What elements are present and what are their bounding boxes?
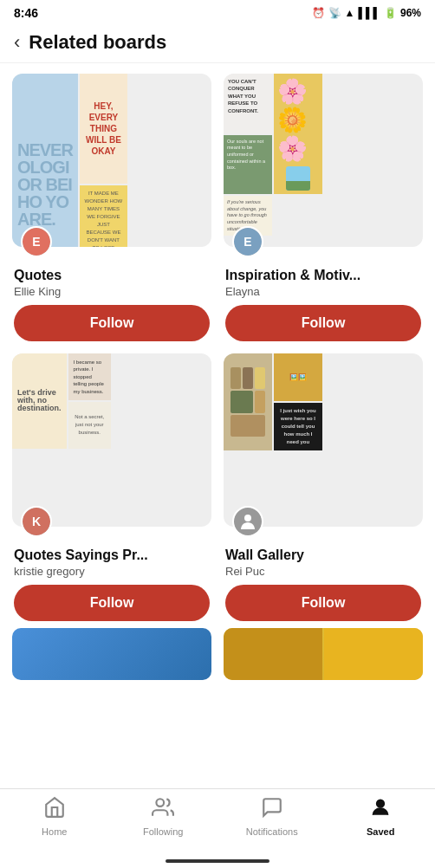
saved-icon: [369, 796, 392, 824]
nav-item-saved[interactable]: Saved: [327, 796, 436, 837]
svg-point-1: [157, 799, 165, 806]
insp-img-2: 🌸🌼🌸: [274, 74, 322, 194]
wg-image-grid: 🖼️🖼️ I just wish you were here so I coul…: [224, 353, 322, 450]
wg-text-wish: I just wish you were here so I could tel…: [278, 407, 318, 446]
wall-picture-grid: [230, 367, 265, 437]
cast-icon: 📡: [328, 7, 341, 19]
avatar-inspiration: E: [232, 226, 263, 257]
avatar-circle-wg: [234, 508, 262, 535]
follow-button-quotes[interactable]: Follow: [14, 305, 210, 341]
board-images-wg: 🖼️🖼️ I just wish you were here so I coul…: [224, 353, 423, 527]
board-images-wrapper-inspiration: YOU CAN'T CONQUER WHAT YOU REFUSE TO CON…: [224, 74, 423, 247]
wg-img-3: I just wish you were here so I could tel…: [274, 403, 322, 450]
board-images-wrapper-qs: Let's drive with, no destination. I beca…: [12, 353, 211, 527]
follow-button-wg[interactable]: Follow: [225, 585, 421, 621]
board-card-wall-gallery: 🖼️🖼️ I just wish you were here so I coul…: [224, 353, 423, 621]
battery-percent: 96%: [400, 7, 421, 19]
avatar-qs: K: [21, 506, 52, 537]
following-icon: [152, 796, 174, 824]
board-name-wg: Wall Gallery: [225, 547, 421, 563]
board-owner-quotes: Ellie King: [14, 285, 210, 298]
wg-cell-5: [255, 391, 265, 412]
board-images-wrapper-quotes: NEVEROLOGIOR BEIHO YOARE. HEY, EVERY THI…: [12, 74, 211, 247]
follow-button-qs[interactable]: Follow: [14, 585, 210, 621]
avatar-wg: [232, 506, 263, 537]
qs-text-3: Not a secret, just not your business.: [73, 413, 107, 437]
board-card-inspiration: YOU CAN'T CONQUER WHAT YOU REFUSE TO CON…: [224, 74, 423, 341]
board-owner-wg: Rei Puc: [225, 565, 421, 578]
home-svg: [43, 796, 66, 819]
battery-icon: 🔋: [384, 7, 397, 19]
home-icon: [43, 796, 66, 824]
wg-img-1: [224, 353, 272, 450]
quotes-text-1: NEVEROLOGIOR BEIHO YOARE.: [17, 141, 73, 228]
signal-icon: ▌▌▌: [358, 7, 380, 19]
quotes-text-3: IT MADE ME WONDER HOW MANY TIMES WE FORG…: [84, 190, 123, 247]
board-images-wrapper-wg: 🖼️🖼️ I just wish you were here so I coul…: [224, 353, 423, 527]
quotes-image-grid: NEVEROLOGIOR BEIHO YOARE. HEY, EVERY THI…: [12, 74, 127, 247]
partial-card-yellow: [224, 628, 423, 680]
quotes-img-2: HEY, EVERY THING WILL BE OKAY: [80, 74, 127, 184]
insp-land: [286, 181, 311, 191]
boards-grid: NEVEROLOGIOR BEIHO YOARE. HEY, EVERY THI…: [0, 63, 435, 632]
saved-svg: [369, 796, 392, 819]
nav-label-home: Home: [42, 826, 67, 837]
nav-item-notifications[interactable]: Notifications: [218, 796, 327, 837]
follow-button-inspiration[interactable]: Follow: [225, 305, 421, 341]
avatar-circle-inspiration: E: [234, 228, 262, 256]
quotes-text-2: HEY, EVERY THING WILL BE OKAY: [85, 100, 122, 157]
bottom-nav: Home Following Notifications Saved: [0, 788, 435, 842]
header: ‹ Related boards: [0, 24, 435, 63]
nav-spacer: [0, 680, 435, 767]
qs-text-2: I became so private. I stopped telling p…: [74, 359, 106, 395]
notifications-icon: [261, 796, 283, 824]
notifications-svg: [261, 796, 283, 819]
wg-cell-6: [230, 415, 265, 437]
board-images-qs: Let's drive with, no destination. I beca…: [12, 353, 211, 527]
avatar-circle-quotes: E: [23, 228, 50, 256]
insp-img-1: YOU CAN'T CONQUER WHAT YOU REFUSE TO CON…: [224, 74, 272, 133]
nav-item-following[interactable]: Following: [109, 796, 218, 837]
back-button[interactable]: ‹: [14, 33, 20, 52]
quotes-img-3: IT MADE ME WONDER HOW MANY TIMES WE FORG…: [80, 185, 127, 247]
board-name-inspiration: Inspiration & Motiv...: [225, 268, 421, 283]
board-name-quotes: Quotes: [14, 268, 210, 283]
qs-img-1: Let's drive with, no destination.: [12, 353, 67, 449]
insp-text-3: Our souls are not meant to be uniformed …: [227, 139, 269, 172]
alarm-icon: ⏰: [312, 7, 325, 19]
status-right: ⏰ 📡 ▲ ▌▌▌ 🔋 96%: [312, 7, 421, 19]
insp-landscape: [286, 166, 311, 191]
nav-item-home[interactable]: Home: [0, 796, 109, 837]
status-time: 8:46: [14, 6, 38, 20]
avatar-quotes: E: [21, 226, 52, 257]
board-card-quotes: NEVEROLOGIOR BEIHO YOARE. HEY, EVERY THI…: [12, 74, 211, 341]
board-info-inspiration: Inspiration & Motiv... Elayna Follow: [224, 268, 423, 341]
insp-flowers: 🌸🌼🌸: [277, 77, 319, 163]
home-indicator: [166, 859, 269, 863]
page-title: Related boards: [29, 31, 166, 54]
board-card-quotes-sayings: Let's drive with, no destination. I beca…: [12, 353, 211, 621]
board-owner-qs: kristie gregory: [14, 565, 210, 578]
qs-img-3: Not a secret, just not your business.: [68, 402, 111, 449]
board-name-qs: Quotes Sayings Pr...: [14, 547, 210, 563]
bottom-partial-cards: [0, 628, 435, 680]
board-images-inspiration: YOU CAN'T CONQUER WHAT YOU REFUSE TO CON…: [224, 74, 423, 247]
svg-point-0: [244, 515, 251, 521]
status-bar: 8:46 ⏰ 📡 ▲ ▌▌▌ 🔋 96%: [0, 0, 435, 24]
partial-card-blue: [12, 628, 211, 680]
insp-img-3: Our souls are not meant to be uniformed …: [224, 135, 272, 195]
board-images-quotes: NEVEROLOGIOR BEIHO YOARE. HEY, EVERY THI…: [12, 74, 211, 247]
wg-img2-icon: 🖼️🖼️: [289, 373, 307, 381]
nav-label-following: Following: [143, 826, 183, 837]
svg-point-2: [377, 800, 385, 807]
board-info-wg: Wall Gallery Rei Puc Follow: [224, 547, 423, 621]
following-svg: [152, 796, 174, 819]
nav-label-notifications: Notifications: [246, 826, 298, 837]
wg-cell-2: [243, 367, 253, 389]
person-icon: [238, 512, 257, 531]
status-left: 8:46: [14, 6, 38, 20]
partial-yellow-sub1: [224, 628, 322, 680]
board-info-qs: Quotes Sayings Pr... kristie gregory Fol…: [12, 547, 211, 621]
wg-cell-1: [230, 367, 241, 389]
wg-img-2: 🖼️🖼️: [274, 353, 322, 401]
